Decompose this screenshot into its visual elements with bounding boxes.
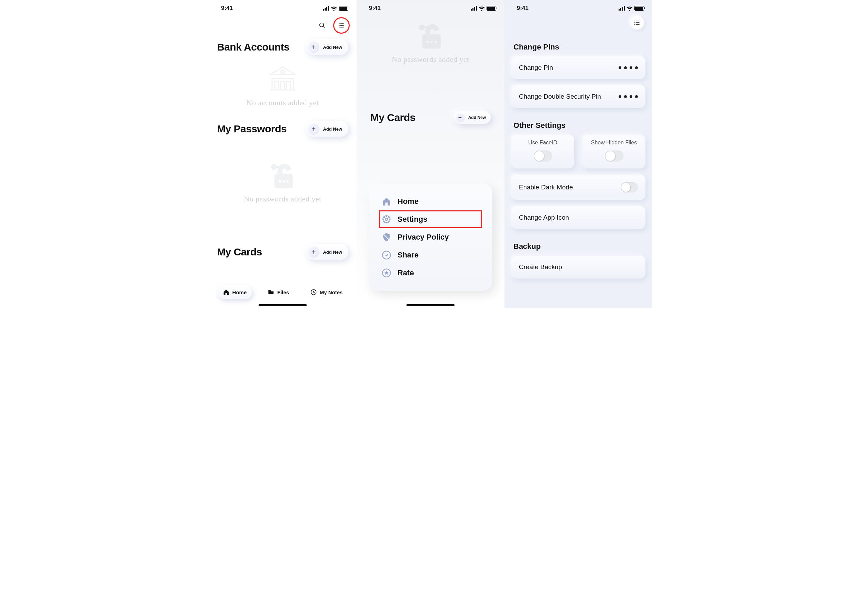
row-dark-mode-label: Enable Dark Mode bbox=[519, 184, 573, 191]
status-bar: 9:41 bbox=[209, 0, 357, 14]
toggle-hidden-files-card: Show Hidden Files bbox=[582, 135, 645, 168]
tab-home-label: Home bbox=[233, 289, 247, 295]
menu-item-home[interactable]: Home bbox=[379, 193, 482, 211]
svg-point-23 bbox=[386, 218, 388, 221]
add-bank-label: Add New bbox=[323, 45, 342, 50]
tab-files[interactable]: Files bbox=[262, 285, 294, 299]
top-toolbar bbox=[209, 14, 357, 35]
section-header-backup: Backup bbox=[511, 235, 645, 256]
menu-home-label: Home bbox=[398, 197, 419, 206]
row-change-double-pin[interactable]: Change Double Security Pin bbox=[511, 85, 645, 108]
row-dark-mode: Enable Dark Mode bbox=[511, 174, 645, 200]
row-app-icon-label: Change App Icon bbox=[519, 214, 569, 222]
tab-home[interactable]: Home bbox=[217, 285, 252, 299]
folder-icon bbox=[268, 289, 274, 295]
add-password-button[interactable]: + Add New bbox=[306, 121, 348, 137]
signal-icon bbox=[323, 6, 329, 11]
menu-privacy-label: Privacy Policy bbox=[398, 233, 449, 242]
shield-icon bbox=[382, 233, 391, 242]
svg-point-13 bbox=[282, 180, 285, 182]
home-icon bbox=[223, 289, 230, 295]
signal-icon bbox=[471, 6, 477, 11]
passwords-empty-state: No passwords added yet bbox=[369, 20, 492, 74]
home-indicator bbox=[258, 304, 307, 306]
toggle-faceid-switch[interactable] bbox=[534, 151, 552, 162]
status-icons bbox=[619, 6, 644, 11]
svg-point-14 bbox=[286, 180, 289, 182]
menu-settings-label: Settings bbox=[398, 215, 427, 224]
section-bank-accounts: Bank Accounts + Add New bbox=[209, 35, 357, 58]
add-card-button[interactable]: + Add New bbox=[454, 112, 491, 124]
row-change-pin[interactable]: Change Pin bbox=[511, 57, 645, 79]
add-card-button[interactable]: + Add New bbox=[306, 244, 348, 260]
svg-text:$: $ bbox=[282, 69, 284, 73]
section-passwords: My Passwords + Add New bbox=[209, 117, 357, 140]
status-time: 9:41 bbox=[517, 5, 529, 12]
plus-icon: + bbox=[308, 41, 320, 53]
tab-notes[interactable]: My Notes bbox=[305, 285, 348, 299]
section-header-change-pins: Change Pins bbox=[511, 36, 645, 57]
toggle-dark-mode-switch[interactable] bbox=[621, 182, 638, 193]
screen-settings: 9:41 Change Pins Change Pin Change Doubl… bbox=[504, 0, 652, 308]
section-title-cards: My Cards bbox=[370, 112, 416, 123]
svg-rect-15 bbox=[269, 290, 271, 291]
add-card-label: Add New bbox=[468, 115, 486, 120]
svg-point-21 bbox=[434, 41, 437, 43]
section-title-passwords: My Passwords bbox=[217, 123, 286, 135]
popup-menu: Home Settings Privacy Policy Share Rate bbox=[368, 184, 493, 291]
bank-empty-state: $ No accounts added yet bbox=[209, 58, 357, 117]
tab-notes-label: My Notes bbox=[320, 289, 343, 295]
battery-icon bbox=[634, 6, 644, 11]
toggle-hidden-files-switch[interactable] bbox=[605, 151, 623, 162]
bank-icon: $ bbox=[267, 64, 298, 95]
menu-item-rate[interactable]: Rate bbox=[379, 264, 482, 282]
lock-icon bbox=[415, 20, 446, 52]
lock-icon bbox=[267, 160, 298, 191]
svg-rect-31 bbox=[636, 24, 639, 25]
menu-item-settings[interactable]: Settings bbox=[379, 211, 482, 228]
top-toolbar bbox=[504, 14, 652, 32]
plus-icon: + bbox=[308, 246, 320, 258]
row-change-pin-label: Change Pin bbox=[519, 64, 553, 71]
section-title-bank: Bank Accounts bbox=[217, 41, 290, 53]
add-card-label: Add New bbox=[323, 250, 342, 255]
signal-icon bbox=[619, 6, 625, 11]
menu-list-button[interactable] bbox=[335, 19, 348, 32]
menu-item-share[interactable]: Share bbox=[379, 246, 482, 264]
status-icons bbox=[471, 6, 496, 11]
search-button[interactable] bbox=[315, 19, 329, 32]
svg-rect-18 bbox=[423, 27, 430, 28]
svg-point-30 bbox=[634, 24, 636, 25]
passwords-empty-text: No passwords added yet bbox=[209, 195, 357, 203]
pin-mask-icon bbox=[619, 66, 638, 69]
list-icon bbox=[338, 22, 345, 29]
add-password-label: Add New bbox=[323, 127, 342, 132]
bank-empty-text: No accounts added yet bbox=[209, 98, 357, 107]
gear-icon bbox=[382, 215, 391, 224]
svg-point-2 bbox=[339, 24, 340, 24]
menu-list-button[interactable] bbox=[630, 16, 644, 30]
battery-icon bbox=[339, 6, 348, 11]
svg-point-6 bbox=[339, 27, 340, 28]
tab-files-label: Files bbox=[277, 289, 289, 295]
svg-rect-27 bbox=[636, 20, 639, 21]
passwords-empty-state: No passwords added yet bbox=[209, 140, 357, 213]
toggle-hidden-files-label: Show Hidden Files bbox=[588, 140, 640, 146]
plus-icon: + bbox=[455, 113, 465, 123]
add-bank-account-button[interactable]: + Add New bbox=[306, 39, 348, 55]
menu-item-privacy[interactable]: Privacy Policy bbox=[379, 228, 482, 246]
svg-point-0 bbox=[320, 23, 324, 27]
section-header-other: Other Settings bbox=[511, 114, 645, 135]
status-icons bbox=[323, 6, 348, 11]
svg-point-4 bbox=[339, 25, 340, 26]
section-title-cards: My Cards bbox=[217, 246, 262, 258]
status-time: 9:41 bbox=[369, 5, 381, 12]
section-cards: My Cards + Add New bbox=[209, 213, 357, 262]
row-create-backup[interactable]: Create Backup bbox=[511, 256, 645, 278]
svg-point-26 bbox=[634, 20, 636, 22]
screen-home: 9:41 Bank Accounts + Add New bbox=[209, 0, 357, 308]
row-app-icon[interactable]: Change App Icon bbox=[511, 206, 645, 229]
toggle-faceid-card: Use FaceID bbox=[511, 135, 574, 168]
star-icon bbox=[382, 268, 391, 278]
svg-point-28 bbox=[634, 22, 636, 24]
